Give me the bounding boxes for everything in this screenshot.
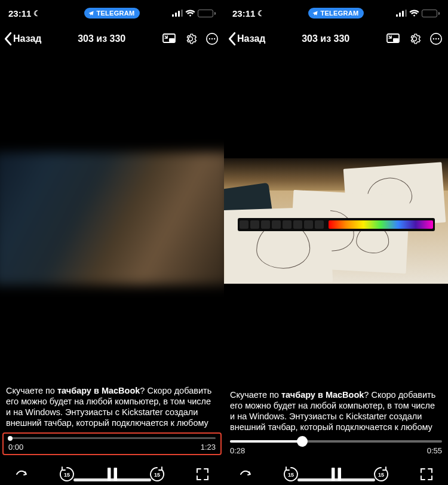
more-button[interactable] xyxy=(429,32,443,46)
svg-point-22 xyxy=(435,38,437,39)
nav-bar: Назад 303 из 330 xyxy=(224,26,448,51)
progress-thumb[interactable] xyxy=(297,436,308,447)
media-counter: 303 из 330 xyxy=(302,33,349,44)
more-button[interactable] xyxy=(205,32,219,46)
svg-rect-19 xyxy=(393,38,398,42)
home-indicator[interactable] xyxy=(73,478,151,481)
status-bar: 23:11 ☾ TELEGRAM 41 xyxy=(224,0,448,26)
progress-section: 0:00 1:23 xyxy=(2,432,222,455)
nav-bar: Назад 303 из 330 xyxy=(0,26,224,51)
svg-text:15: 15 xyxy=(64,472,70,478)
pip-button[interactable] xyxy=(386,32,400,46)
wifi-icon xyxy=(409,10,419,17)
rewind-15-button[interactable]: 15 xyxy=(280,463,302,485)
forward-15-button[interactable]: 15 xyxy=(146,463,168,485)
fullscreen-icon xyxy=(420,468,433,481)
svg-rect-1 xyxy=(175,13,177,17)
pip-icon xyxy=(386,33,400,44)
media-counter: 303 из 330 xyxy=(78,33,125,44)
progress-track[interactable] xyxy=(8,437,216,439)
share-button[interactable] xyxy=(11,463,32,485)
video-frame xyxy=(0,152,231,286)
cellular-icon xyxy=(172,10,183,17)
status-time: 23:11 xyxy=(232,8,255,19)
more-icon xyxy=(429,32,443,45)
dnd-moon-icon: ☾ xyxy=(257,9,265,18)
video-area[interactable] xyxy=(0,51,224,386)
elapsed-time: 0:28 xyxy=(230,446,245,455)
share-icon xyxy=(238,468,253,481)
settings-button[interactable] xyxy=(407,32,422,46)
progress-track[interactable] xyxy=(230,440,442,443)
svg-rect-5 xyxy=(169,38,174,42)
cellular-icon xyxy=(396,10,407,17)
rewind-15-button[interactable]: 15 xyxy=(56,463,78,485)
svg-rect-0 xyxy=(172,14,174,17)
svg-text:15: 15 xyxy=(288,472,294,478)
caption-text: Скучаете по тачбару в MacBook? Скоро доб… xyxy=(0,386,224,431)
svg-rect-3 xyxy=(181,10,183,17)
wifi-icon xyxy=(185,10,195,17)
svg-point-21 xyxy=(433,38,434,39)
pip-icon xyxy=(162,33,176,44)
svg-text:15: 15 xyxy=(154,472,160,478)
chevron-left-icon xyxy=(2,32,13,46)
telegram-icon xyxy=(312,10,318,17)
telegram-icon xyxy=(88,10,94,17)
gear-icon xyxy=(184,32,197,45)
forward-icon: 15 xyxy=(372,465,390,483)
fullscreen-icon xyxy=(196,468,209,481)
svg-rect-17 xyxy=(405,10,407,17)
telegram-pill[interactable]: TELEGRAM xyxy=(308,8,363,19)
remaining-time: 0:55 xyxy=(427,446,442,455)
svg-point-7 xyxy=(209,38,210,39)
remaining-time: 1:23 xyxy=(201,443,216,452)
battery-icon: 41 xyxy=(422,10,440,17)
caption-text: Скучаете по тачбару в MacBook? Скоро доб… xyxy=(224,390,448,435)
forward-icon: 15 xyxy=(148,465,166,483)
svg-point-8 xyxy=(211,38,213,39)
share-icon xyxy=(14,468,29,481)
pause-button[interactable] xyxy=(102,463,123,485)
chevron-left-icon xyxy=(226,32,237,46)
svg-point-9 xyxy=(214,38,215,39)
telegram-pill[interactable]: TELEGRAM xyxy=(84,8,139,19)
battery-icon: 41 xyxy=(198,10,216,17)
settings-button[interactable] xyxy=(183,32,198,46)
video-area[interactable] xyxy=(224,51,448,390)
progress-thumb[interactable] xyxy=(8,436,13,441)
back-button[interactable]: Назад xyxy=(226,32,265,46)
screenshot-right: 23:11 ☾ TELEGRAM 41 Назад 303 из 330 xyxy=(224,0,448,485)
svg-rect-16 xyxy=(402,11,404,17)
svg-rect-14 xyxy=(396,14,398,17)
svg-rect-2 xyxy=(178,11,180,17)
back-button[interactable]: Назад xyxy=(2,32,41,46)
video-frame xyxy=(224,158,448,284)
fullscreen-button[interactable] xyxy=(192,463,213,485)
svg-text:15: 15 xyxy=(378,472,384,478)
progress-played xyxy=(230,440,302,443)
status-time: 23:11 xyxy=(8,8,31,19)
pip-button[interactable] xyxy=(162,32,176,46)
home-indicator[interactable] xyxy=(297,478,375,481)
elapsed-time: 0:00 xyxy=(8,443,23,452)
progress-section: 0:28 0:55 xyxy=(224,435,448,455)
pause-button[interactable] xyxy=(326,463,347,485)
svg-point-23 xyxy=(438,38,439,39)
touchbar-graphic xyxy=(238,218,435,231)
gear-icon xyxy=(408,32,421,45)
status-bar: 23:11 ☾ TELEGRAM 41 xyxy=(0,0,224,26)
dnd-moon-icon: ☾ xyxy=(33,9,41,18)
screenshot-left: 23:11 ☾ TELEGRAM 41 Назад 303 из 330 xyxy=(0,0,224,485)
svg-rect-15 xyxy=(399,13,401,17)
fullscreen-button[interactable] xyxy=(416,463,437,485)
forward-15-button[interactable]: 15 xyxy=(370,463,392,485)
more-icon xyxy=(205,32,219,45)
share-button[interactable] xyxy=(235,463,256,485)
